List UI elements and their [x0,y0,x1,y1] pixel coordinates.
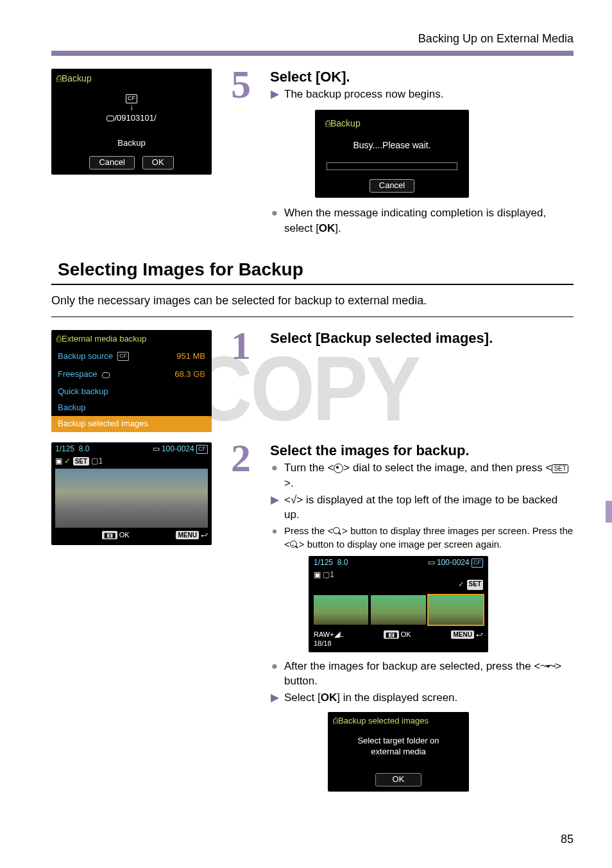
menu-badge: MENU [176,531,198,539]
menu-badge: MENU [451,630,473,639]
thumbnail[interactable] [371,595,425,625]
text: > dial to select the image, and then pre… [343,462,552,474]
return-icon: ⮐ [476,630,483,638]
step-number-5: 5 [231,69,251,101]
lcd-backup-title: Backup [62,73,92,83]
arrow-down-icon: ↓ [51,103,212,113]
step2-bullet3: Press the <-> button to display three im… [284,524,574,551]
exp-icon: ▭ [153,444,160,453]
shutter-speed: 1/125 [55,444,74,453]
ok-hint: OK [401,630,411,638]
lcd-backup-dialog: ⎙Backup CF ↓ /09103101/ Backup Cancel OK [51,69,212,175]
freespace-label: Freespace [58,369,97,379]
exp-icon: ▭ [428,558,435,567]
check-icon: ✓ [64,456,71,465]
backup-dest-path: /09103101/ [114,113,156,123]
set-icon: SET [552,464,568,473]
cf-icon: CF [196,445,208,454]
emb-title: External media backup [62,334,146,343]
option-backup[interactable]: Backup [51,400,212,416]
folder-label: 100-0024 [162,444,194,453]
bullet-icon: ● [270,460,279,491]
image-count: 18/18 [314,639,332,647]
ok-text: OK [321,691,337,704]
image-format: RAW+ [314,630,334,638]
lcd-backup-title-icon: ⎙ [56,73,62,83]
cf-icon: CF [472,559,483,568]
thumbnail[interactable] [314,595,368,625]
jpeg-l-icon: ◢L [334,630,343,638]
busy-cancel-button[interactable]: Cancel [370,179,414,193]
progress-bar [327,162,457,170]
lcd-external-media-backup: ⎙External media backup Backup source CF … [51,330,212,432]
check-icon: ✓ [458,580,464,590]
shutter-speed: 1/125 [314,558,333,567]
lcd-thumbnail-view: 1/125 8.0 ▭ 100-0024 CF ▣ ▢1 ✓ SET RAW+◢… [309,556,488,652]
ok-text: OK [319,222,336,234]
zoom-out-icon: - [333,527,342,536]
set-badge: SET [73,457,89,465]
triangle-bullet-icon: ▶ [270,87,279,102]
aperture: 8.0 [337,558,348,567]
slot1-icon: ▢1 [323,570,334,579]
backup-action-label: Backup [51,138,212,149]
bsi-msg-line1: Select target folder on [334,736,463,747]
backup-source-value: 951 MB [176,351,205,362]
return-icon: ⮐ [201,531,208,539]
section-title: Selecting Images for Backup [51,257,574,285]
preview-photo [55,469,208,528]
step-5-title: Select [OK]. [270,69,574,85]
bsi-msg-line2: external media [334,747,463,758]
bullet-icon: ● [270,524,279,551]
page-number: 85 [561,833,574,846]
bullet-icon: ● [270,659,279,690]
folder-label: 100-0024 [437,558,470,567]
step5-line2: When the message indicating completion i… [284,205,574,236]
ok-button[interactable]: OK [142,156,174,169]
option-quick-backup[interactable]: Quick backup [51,384,212,400]
step2-bullet1: Turn the <> dial to select the image, an… [284,460,574,491]
nav-icon: ◧◨ [384,630,399,639]
text: After the images for backup are selected… [284,660,540,672]
text: ] in the displayed screen. [337,691,457,704]
lcd-backup-selected-dialog: ⎙Backup selected images Select target fo… [328,712,469,792]
step-number-2: 2 [231,442,251,474]
emb-title-icon: ⎙ [56,334,62,343]
bsi-ok-button[interactable]: OK [375,773,422,786]
text: Press the < [284,525,333,536]
busy-message: Busy....Please wait. [320,139,464,151]
step2-bullet5: Select [OK] in the displayed screen. [284,690,574,706]
hdd-icon [102,372,110,378]
cancel-button[interactable]: Cancel [89,156,134,169]
triangle-bullet-icon: ▶ [270,690,279,706]
ok-hint: OK [119,531,130,539]
bullet-icon: ● [270,205,279,236]
step-number-1: 1 [231,330,251,362]
set-badge: SET [467,580,483,590]
lcd-image-preview: 1/125 8.0 ▭ 100-0024 CF ▣ ✓ SET ▢1 ◧◨ OK… [51,442,212,545]
text: Select [ [284,691,321,704]
text: >. [284,477,294,489]
slot1-icon: ▢1 [91,456,103,465]
header-rule [51,51,574,56]
jump-button-icon: ⤳▪⤳ [540,660,555,673]
section-intro: Only the necessary images can be selecte… [51,294,574,317]
step-1-title: Select [Backup selected images]. [270,330,574,347]
bsi-title-icon: ⎙ [333,716,338,725]
text: > button to display one image per screen… [299,539,502,550]
lcd-busy-title: Backup [330,118,361,128]
backup-source-label: Backup source [58,351,113,361]
step-2-title: Select the images for backup. [270,442,574,459]
print-order-icon: ▣ [55,456,62,465]
nav-icon: ◧◨ [102,531,117,539]
triangle-bullet-icon: ▶ [270,492,279,523]
lcd-busy-dialog: ⎙Backup Busy....Please wait. Cancel [315,110,469,198]
hdd-icon [106,116,114,121]
option-backup-selected-images[interactable]: Backup selected images [51,416,212,432]
zoom-in-icon: + [290,541,299,550]
lcd-busy-title-icon: ⎙ [325,118,330,128]
thumbnail-selected[interactable] [429,595,483,625]
step5-line1: The backup process now begins. [284,87,574,102]
step2-bullet2: <√> is displayed at the top left of the … [284,492,574,523]
cf-card-icon: CF [126,94,137,103]
